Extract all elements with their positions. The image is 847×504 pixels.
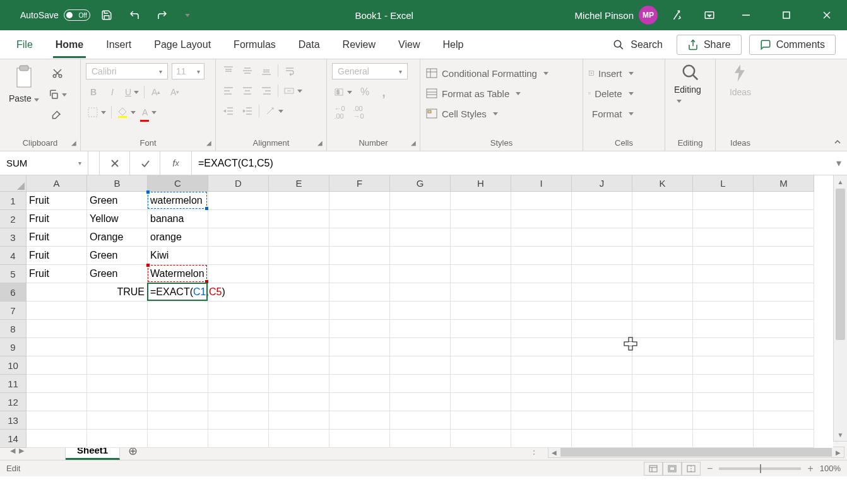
cell-D13[interactable]	[208, 411, 269, 430]
cell-A4[interactable]: Fruit	[27, 247, 87, 265]
cell-J2[interactable]	[572, 210, 632, 228]
cell-K2[interactable]	[632, 210, 693, 228]
column-header[interactable]: M	[754, 175, 814, 192]
cell-C10[interactable]	[148, 356, 208, 375]
cell-D7[interactable]	[208, 302, 269, 320]
row-header[interactable]: 14	[0, 430, 27, 448]
cell-M14[interactable]	[754, 430, 814, 448]
align-left-icon[interactable]	[221, 83, 236, 98]
vertical-scrollbar[interactable]: ▲ ▼	[833, 175, 847, 441]
cell-E4[interactable]	[269, 247, 329, 265]
maximize-button[interactable]	[769, 0, 804, 30]
zoom-level[interactable]: 100%	[820, 464, 841, 473]
cell-D10[interactable]	[208, 356, 269, 375]
tab-formulas[interactable]: Formulas	[222, 30, 287, 59]
cell-C13[interactable]	[148, 411, 208, 430]
select-all-corner[interactable]	[0, 175, 27, 192]
cell-L4[interactable]	[693, 247, 754, 265]
font-color-button[interactable]: A	[141, 105, 158, 120]
cell-H10[interactable]	[451, 356, 511, 375]
cell-I2[interactable]	[511, 210, 572, 228]
cell-J1[interactable]	[572, 192, 632, 210]
font-dialog[interactable]: ◢	[206, 139, 211, 146]
cell-K5[interactable]	[632, 265, 693, 283]
cell-F4[interactable]	[329, 247, 390, 265]
cell-I8[interactable]	[511, 320, 572, 338]
cut-icon[interactable]	[47, 66, 68, 81]
row-header[interactable]: 5	[0, 265, 27, 283]
cell-F13[interactable]	[329, 411, 390, 430]
save-icon[interactable]	[95, 4, 118, 26]
close-button[interactable]	[809, 0, 844, 30]
cell-E14[interactable]	[269, 430, 329, 448]
cell-D5[interactable]	[208, 265, 269, 283]
formula-expand-icon[interactable]: ▾	[831, 151, 847, 175]
row-header[interactable]: 6	[0, 283, 27, 302]
tab-data[interactable]: Data	[287, 30, 331, 59]
cell-E13[interactable]	[269, 411, 329, 430]
cell-J6[interactable]	[572, 283, 632, 302]
decrease-indent-icon[interactable]	[221, 103, 236, 119]
cell-M5[interactable]	[754, 265, 814, 283]
cells-delete-button[interactable]: Delete	[588, 85, 634, 102]
row-header[interactable]: 10	[0, 356, 27, 375]
scroll-thumb[interactable]	[836, 189, 845, 340]
cell-L12[interactable]	[693, 393, 754, 411]
cell-L3[interactable]	[693, 228, 754, 247]
cell-M13[interactable]	[754, 411, 814, 430]
view-page-layout-icon[interactable]	[663, 462, 682, 476]
cell-L6[interactable]	[693, 283, 754, 302]
cell-A2[interactable]: Fruit	[27, 210, 87, 228]
cell-F8[interactable]	[329, 320, 390, 338]
cell-G1[interactable]	[390, 192, 451, 210]
cell-H1[interactable]	[451, 192, 511, 210]
cell-K8[interactable]	[632, 320, 693, 338]
paste-button[interactable]: Paste	[5, 63, 43, 103]
cell-J3[interactable]	[572, 228, 632, 247]
align-middle-icon[interactable]	[240, 63, 255, 78]
view-page-break-icon[interactable]	[682, 462, 701, 476]
cell-C12[interactable]	[148, 393, 208, 411]
cell-J10[interactable]	[572, 356, 632, 375]
tab-insert[interactable]: Insert	[95, 30, 143, 59]
redo-icon[interactable]	[151, 4, 174, 26]
cells-insert-button[interactable]: Insert	[588, 64, 634, 82]
cell-C2[interactable]: banana	[148, 210, 208, 228]
cell-H14[interactable]	[451, 430, 511, 448]
column-header[interactable]: G	[390, 175, 451, 192]
cell-A7[interactable]	[27, 302, 87, 320]
collapse-ribbon-icon[interactable]	[828, 59, 847, 151]
cell-M2[interactable]	[754, 210, 814, 228]
cell-D14[interactable]	[208, 430, 269, 448]
row-header[interactable]: 8	[0, 320, 27, 338]
cell-M10[interactable]	[754, 356, 814, 375]
cell-K6[interactable]	[632, 283, 693, 302]
row-header[interactable]: 1	[0, 192, 27, 210]
column-header[interactable]: F	[329, 175, 390, 192]
horizontal-scrollbar[interactable]: ◀ ▶	[548, 447, 844, 458]
view-normal-icon[interactable]	[644, 462, 663, 476]
cell-F14[interactable]	[329, 430, 390, 448]
cell-D6[interactable]	[208, 283, 269, 302]
cell-B3[interactable]: Orange	[87, 228, 148, 247]
cell-G6[interactable]	[390, 283, 451, 302]
cell-A14[interactable]	[27, 430, 87, 448]
cell-E11[interactable]	[269, 375, 329, 393]
cell-M8[interactable]	[754, 320, 814, 338]
column-header[interactable]: E	[269, 175, 329, 192]
ribbon-display-icon[interactable]	[696, 4, 723, 26]
cell-K9[interactable]	[632, 338, 693, 356]
search-tab[interactable]: Search	[607, 39, 669, 50]
cell-F12[interactable]	[329, 393, 390, 411]
row-header[interactable]: 11	[0, 375, 27, 393]
accounting-format-icon[interactable]: $	[332, 85, 353, 100]
cell-J11[interactable]	[572, 375, 632, 393]
cell-K1[interactable]	[632, 192, 693, 210]
scroll-down-icon[interactable]: ▼	[834, 428, 847, 441]
row-header[interactable]: 4	[0, 247, 27, 265]
cell-A3[interactable]: Fruit	[27, 228, 87, 247]
cell-F3[interactable]	[329, 228, 390, 247]
alignment-dialog[interactable]: ◢	[317, 139, 323, 146]
conditional-formatting-button[interactable]: Conditional Formatting	[425, 64, 548, 82]
column-header[interactable]: J	[572, 175, 632, 192]
